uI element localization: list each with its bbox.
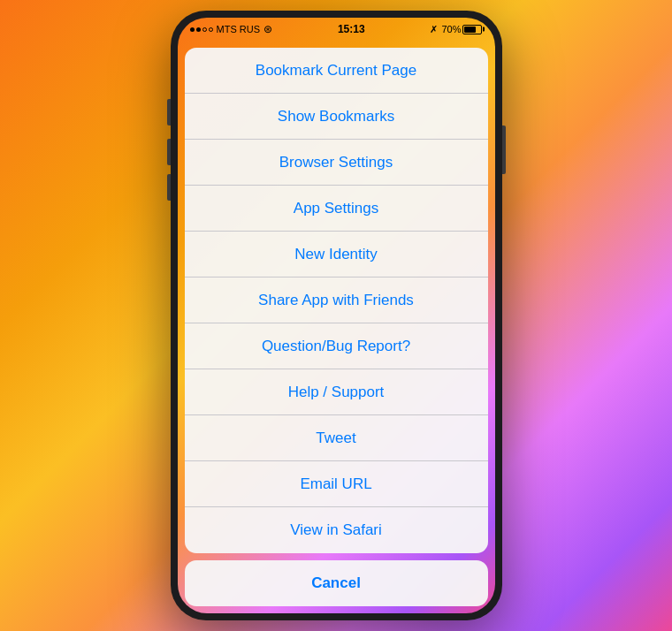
- menu-item-show-bookmarks-label: Show Bookmarks: [278, 108, 394, 125]
- signal-dot-4: [209, 27, 213, 32]
- battery-percent: 70%: [441, 24, 461, 34]
- menu-item-app-settings[interactable]: App Settings: [185, 186, 488, 232]
- battery-indicator: 70%: [441, 24, 482, 34]
- cancel-button[interactable]: Cancel: [185, 560, 488, 606]
- menu-item-email-url-label: Email URL: [300, 475, 371, 493]
- cancel-label: Cancel: [311, 574, 361, 592]
- menu-item-show-bookmarks[interactable]: Show Bookmarks: [185, 94, 488, 140]
- menu-item-browser-settings[interactable]: Browser Settings: [185, 140, 488, 186]
- signal-dot-3: [202, 27, 207, 32]
- menu-item-bookmark-current-label: Bookmark Current Page: [256, 62, 416, 80]
- action-sheet: Bookmark Current Page Show Bookmarks Bro…: [185, 48, 488, 613]
- menu-item-bug-report[interactable]: Question/Bug Report?: [185, 323, 488, 369]
- phone-screen: MTS RUS ⊛ 15:13 ✗ 70%: [178, 18, 495, 613]
- menu-item-app-settings-label: App Settings: [294, 200, 378, 217]
- status-right: ✗ 70%: [430, 24, 482, 35]
- menu-item-view-safari[interactable]: View in Safari: [185, 507, 488, 553]
- carrier-label: MTS RUS: [217, 24, 261, 34]
- menu-item-browser-settings-label: Browser Settings: [279, 154, 393, 171]
- signal-dots: [190, 27, 213, 32]
- time-display: 15:13: [338, 23, 365, 35]
- battery-icon: [462, 25, 482, 34]
- menu-item-email-url[interactable]: Email URL: [185, 461, 488, 507]
- status-bar: MTS RUS ⊛ 15:13 ✗ 70%: [178, 18, 495, 37]
- signal-dot-1: [190, 27, 195, 32]
- menu-item-share-app-label: Share App with Friends: [258, 292, 414, 309]
- menu-item-new-identity-label: New Identity: [294, 246, 378, 263]
- menu-item-tweet[interactable]: Tweet: [185, 415, 488, 461]
- menu-container: Bookmark Current Page Show Bookmarks Bro…: [185, 48, 488, 553]
- signal-dot-2: [196, 27, 201, 32]
- menu-item-help-support-label: Help / Support: [288, 384, 385, 401]
- menu-item-bookmark-current[interactable]: Bookmark Current Page: [185, 48, 488, 94]
- menu-item-help-support[interactable]: Help / Support: [185, 369, 488, 415]
- menu-item-bug-report-label: Question/Bug Report?: [262, 338, 410, 355]
- status-left: MTS RUS ⊛: [190, 23, 273, 35]
- content-area: Bookmark Current Page Show Bookmarks Bro…: [178, 37, 495, 613]
- menu-item-new-identity[interactable]: New Identity: [185, 232, 488, 277]
- battery-fill: [464, 27, 476, 33]
- menu-item-view-safari-label: View in Safari: [290, 521, 382, 539]
- volume-up-button: [167, 139, 171, 165]
- phone-frame: MTS RUS ⊛ 15:13 ✗ 70%: [171, 11, 502, 620]
- menu-item-share-app[interactable]: Share App with Friends: [185, 277, 488, 323]
- wifi-icon: ⊛: [263, 23, 272, 35]
- menu-item-tweet-label: Tweet: [316, 430, 355, 447]
- bluetooth-icon: ✗: [430, 24, 438, 35]
- volume-down-button: [167, 174, 171, 201]
